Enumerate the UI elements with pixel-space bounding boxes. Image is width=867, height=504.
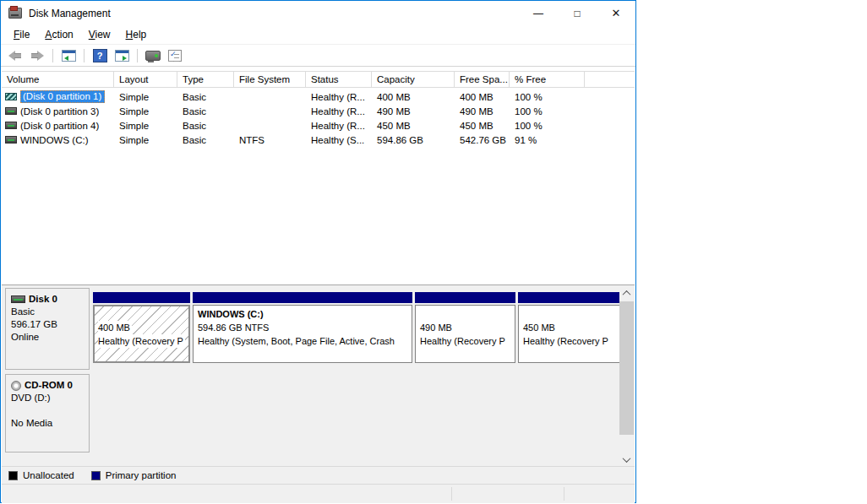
cell-layout: Simple [114, 92, 177, 102]
column-header-file-system[interactable]: File System [234, 72, 306, 87]
volume-row-windows-c[interactable]: WINDOWS (C:) Simple Basic NTFS Healthy (… [2, 133, 635, 147]
legend-primary-partition-label: Primary partition [106, 470, 177, 480]
cell-status: Healthy (R... [306, 106, 372, 117]
toolbar-separator [84, 49, 85, 62]
scrollbar-thumb[interactable] [619, 301, 634, 435]
disk0-partition-strip: 400 MB Healthy (Recovery P WINDOWS (C:) … [93, 292, 621, 363]
cell-free-space: 400 MB [455, 92, 510, 102]
selected-volume-label: (Disk 0 partition 1) [20, 90, 105, 103]
disk0-title: Disk 0 [11, 293, 84, 306]
partition-1-box[interactable]: 400 MB Healthy (Recovery P [93, 305, 190, 363]
volume-row-partition-4[interactable]: (Disk 0 partition 4) Simple Basic Health… [2, 118, 635, 133]
menu-bar: File Action View Help [1, 25, 635, 45]
volume-row-partition-1[interactable]: (Disk 0 partition 1) Simple Basic Health… [2, 89, 635, 104]
menu-file[interactable]: File [6, 26, 37, 43]
cell-type: Basic [177, 121, 234, 131]
partition-name: WINDOWS (C:) [198, 307, 412, 321]
column-header-volume[interactable]: Volume [2, 72, 114, 87]
chevron-down-icon [623, 454, 631, 463]
back-arrow-icon [8, 51, 22, 61]
chevron-up-icon [623, 290, 631, 299]
help-icon: ? [93, 49, 107, 62]
volume-label: (Disk 0 partition 3) [20, 106, 99, 117]
scroll-down-button[interactable] [619, 453, 634, 467]
cell-status: Healthy (S... [306, 135, 372, 145]
partition-windows-c[interactable]: WINDOWS (C:) 594.86 GB NTFS Healthy (Sys… [193, 292, 412, 363]
cell-free-space: 542.76 GB [455, 135, 510, 145]
primary-partition-swatch [91, 471, 101, 480]
properties-icon [168, 50, 182, 62]
volume-label: WINDOWS (C:) [20, 135, 88, 145]
disk-management-window: Disk Management — □ ✕ File Action View H… [0, 0, 636, 503]
maximize-button[interactable]: □ [558, 1, 597, 25]
menu-file-rest: ile [19, 29, 30, 41]
action-pane-icon [115, 50, 129, 62]
menu-help[interactable]: Help [118, 26, 155, 43]
minimize-button[interactable]: — [519, 1, 558, 25]
cell-capacity: 450 MB [372, 121, 455, 131]
menu-view[interactable]: View [81, 26, 118, 43]
graphical-view-pane: Disk 0 Basic 596.17 GB Online 400 MB Hea… [2, 285, 635, 466]
cell-layout: Simple [114, 106, 177, 117]
cdrom-header-panel[interactable]: CD-ROM 0 DVD (D:) No Media [5, 374, 90, 453]
disk0-row: Disk 0 Basic 596.17 GB Online 400 MB Hea… [2, 288, 635, 370]
cell-volume: (Disk 0 partition 4) [2, 121, 114, 131]
back-button[interactable] [6, 47, 25, 64]
column-header-status[interactable]: Status [306, 72, 372, 87]
primary-partition-bar [193, 292, 412, 303]
cell-layout: Simple [114, 135, 177, 145]
scroll-up-button[interactable] [619, 286, 634, 301]
partition-size: 490 MB [420, 321, 515, 334]
title-bar: Disk Management — □ ✕ [1, 1, 635, 25]
window-title: Disk Management [29, 8, 111, 19]
primary-partition-bar [93, 292, 190, 303]
popup-window-icon [145, 51, 161, 61]
partition-1[interactable]: 400 MB Healthy (Recovery P [93, 292, 190, 363]
menu-help-rest: elp [133, 29, 146, 41]
cell-free-space: 490 MB [455, 106, 510, 117]
partition-status: Healthy (Recovery P [523, 334, 620, 348]
forward-button[interactable] [28, 47, 46, 64]
help-button[interactable]: ? [90, 47, 109, 64]
cell-capacity: 594.86 GB [372, 135, 455, 145]
partition-3[interactable]: 490 MB Healthy (Recovery P [415, 292, 515, 363]
disk-icon [11, 295, 25, 303]
column-header-layout[interactable]: Layout [114, 72, 177, 87]
vertical-scrollbar[interactable] [619, 286, 634, 467]
cell-capacity: 490 MB [372, 106, 455, 117]
column-header-capacity[interactable]: Capacity [372, 72, 455, 87]
disk0-header-panel[interactable]: Disk 0 Basic 596.17 GB Online [5, 288, 90, 370]
cdrom-spacer [11, 404, 84, 417]
properties-button[interactable] [166, 47, 184, 64]
cell-status: Healthy (R... [306, 121, 372, 131]
cell-volume: (Disk 0 partition 1) [2, 90, 114, 103]
window-controls: — □ ✕ [519, 1, 635, 25]
cdrom-media: No Media [11, 417, 84, 430]
show-console-tree-button[interactable] [59, 47, 78, 64]
show-action-pane-button[interactable] [112, 47, 131, 64]
partition-windows-c-box[interactable]: WINDOWS (C:) 594.86 GB NTFS Healthy (Sys… [193, 305, 412, 363]
partition-3-box[interactable]: 490 MB Healthy (Recovery P [415, 305, 515, 363]
close-button[interactable]: ✕ [597, 1, 635, 25]
status-bar [2, 484, 635, 503]
partition-status: Healthy (Recovery P [98, 334, 185, 348]
volume-row-partition-3[interactable]: (Disk 0 partition 3) Simple Basic Health… [2, 104, 635, 118]
disk-drive-icon [8, 8, 22, 19]
partition-4-box[interactable]: 450 MB Healthy (Recovery P [518, 305, 621, 363]
column-header-type[interactable]: Type [177, 72, 234, 87]
partition-size: 400 MB [98, 321, 132, 334]
toolbar-separator [52, 49, 53, 62]
partition-icon [5, 107, 17, 115]
column-header-pct-free[interactable]: % Free [510, 72, 585, 87]
column-header-free-space[interactable]: Free Spa... [455, 72, 510, 87]
cd-rom-icon [11, 381, 21, 391]
partition-status: Healthy (System, Boot, Page File, Active… [198, 334, 412, 348]
forward-arrow-icon [30, 51, 44, 61]
cell-layout: Simple [114, 121, 177, 131]
partition-4[interactable]: 450 MB Healthy (Recovery P [518, 292, 621, 363]
menu-help-hotkey: H [126, 29, 134, 41]
cell-pct-free: 100 % [510, 121, 585, 131]
menu-action[interactable]: Action [37, 26, 80, 43]
primary-partition-bar [518, 292, 621, 303]
popup-window-button[interactable] [144, 47, 162, 64]
